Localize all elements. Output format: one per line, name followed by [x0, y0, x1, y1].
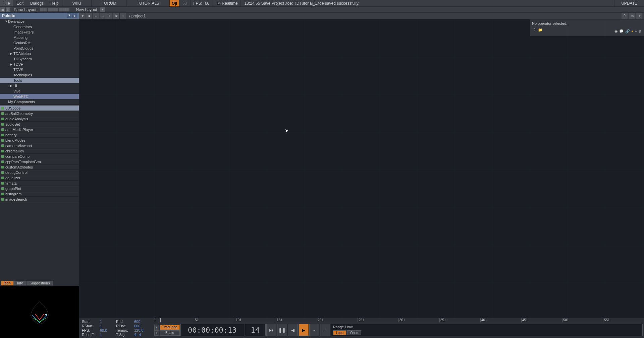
params-globe-icon[interactable]: ● — [631, 29, 634, 33]
path-up-icon[interactable]: ↥ — [636, 13, 642, 19]
link-forum[interactable]: FORUM — [92, 0, 126, 6]
tree-item-ui[interactable]: ▶UI — [0, 83, 79, 88]
menu-edit[interactable]: Edit — [13, 0, 27, 6]
slot-1[interactable]: / — [154, 325, 159, 330]
params-target-icon[interactable]: ⊕ — [638, 29, 641, 33]
params-folder-icon[interactable]: 📁 — [538, 27, 543, 32]
layout-preset-4[interactable] — [51, 8, 55, 11]
realtime-toggle[interactable]: ✕ Realtime — [214, 1, 240, 6]
loop-button[interactable]: Loop — [333, 330, 346, 335]
component-compareComp[interactable]: compareComp — [0, 154, 79, 159]
resetf-value[interactable]: 1 — [100, 333, 114, 337]
tree-item-my components[interactable]: My Components — [0, 99, 79, 105]
tab-icon[interactable]: Icon — [1, 281, 14, 285]
range-limit-area[interactable]: Range Limit Loop Once — [331, 324, 643, 336]
tsig-value-1[interactable]: 4 — [134, 333, 136, 337]
tree-item-pointclouds[interactable]: PointClouds — [0, 46, 79, 51]
timecode-mode-button[interactable]: TimeCode — [160, 325, 180, 330]
add-layout-button[interactable]: + — [100, 7, 105, 12]
layout-preset-1[interactable] — [40, 8, 44, 11]
slot-2[interactable]: 1 — [154, 330, 159, 336]
layout-preset-8[interactable] — [66, 8, 69, 11]
plus-button[interactable]: + — [320, 324, 330, 336]
tree-item-oculusrift[interactable]: OculusRift — [0, 40, 79, 46]
tree-item-tdableton[interactable]: ▶TDAbleton — [0, 51, 79, 56]
palette-help-button[interactable]: ? — [67, 13, 71, 18]
component-battery[interactable]: battery — [0, 132, 79, 138]
rewind-button[interactable]: ⏮ — [266, 324, 276, 336]
path-stop-icon[interactable]: ■ — [86, 13, 92, 19]
component-graphPlot[interactable]: graphPlot — [0, 186, 79, 191]
update-button[interactable]: UPDATE — [614, 0, 644, 6]
end-value[interactable]: 600 — [134, 320, 148, 324]
tab-info[interactable]: Info — [14, 281, 26, 285]
component-debugControl[interactable]: debugControl — [0, 170, 79, 175]
path-select-icon[interactable]: ▫ — [120, 13, 126, 19]
once-button[interactable]: Once — [347, 330, 361, 335]
layout-save-icon[interactable]: ⇩ — [6, 7, 10, 12]
minus-button[interactable]: - — [309, 324, 319, 336]
frame-display[interactable]: 14 — [245, 324, 266, 336]
layout-preset-7[interactable] — [62, 8, 66, 11]
component-autoMediaPlayer[interactable]: autoMediaPlayer — [0, 127, 79, 132]
menu-dialogs[interactable]: Dialogs — [27, 0, 47, 6]
rend-value[interactable]: 600 — [134, 324, 148, 328]
network-path[interactable]: / project1 — [126, 14, 148, 18]
component-equalizer[interactable]: equalizer — [0, 175, 79, 181]
start-value[interactable]: 1 — [100, 320, 114, 324]
component-audioSet[interactable]: audioSet — [0, 122, 79, 127]
layout-preset-6[interactable] — [59, 8, 62, 11]
component-3DScope[interactable]: 3DScope — [0, 106, 79, 111]
tree-item-imagefilters[interactable]: ImageFilters — [0, 29, 79, 35]
layout-preset-3[interactable] — [48, 8, 51, 11]
tab-suggestions[interactable]: Suggestions — [26, 281, 53, 285]
component-firmata[interactable]: firmata — [0, 181, 79, 186]
layout-preset-5[interactable] — [55, 8, 58, 11]
component-histogram[interactable]: histogram — [0, 191, 79, 197]
params-chat-icon[interactable]: 💬 — [619, 29, 624, 33]
pause-button[interactable]: ❚❚ — [277, 324, 287, 336]
path-add-icon[interactable]: + — [106, 13, 112, 19]
tree-item-vive[interactable]: Vive — [0, 88, 79, 94]
component-blendModes[interactable]: blendModes — [0, 138, 79, 143]
path-dropdown-icon[interactable]: ▾ — [79, 13, 86, 19]
params-tag-icon[interactable]: ◉ — [614, 29, 618, 33]
tree-item-derivative[interactable]: ▼Derivative — [0, 19, 79, 24]
step-back-button[interactable]: ◀ — [288, 324, 298, 336]
network-editor[interactable]: ➤ No operator selected. ? 📁 ◉ 💬 🔗 ● + ⊕ — [79, 19, 644, 318]
layout-preset-2[interactable] — [44, 8, 47, 11]
tree-item-webrtc[interactable]: WebRTC — [0, 94, 79, 99]
tree-item-tdsynchro[interactable]: TDSynchro — [0, 56, 79, 62]
tree-item-tdvs[interactable]: TDVS — [0, 67, 79, 72]
tsig-value-2[interactable]: 4 — [139, 333, 141, 337]
path-star-icon[interactable]: ★ — [113, 13, 119, 19]
menu-file[interactable]: File — [0, 0, 13, 6]
tree-item-tools[interactable]: Tools — [0, 78, 79, 83]
params-plus-icon[interactable]: + — [635, 29, 637, 33]
timeline-ruler[interactable]: 151101151201251301351401451501551600 — [153, 318, 644, 322]
tempo-value[interactable]: 120.0 — [134, 328, 148, 332]
palette-close-button[interactable]: x — [72, 13, 77, 18]
path-zero[interactable]: 0 — [622, 13, 628, 19]
path-expand-icon[interactable]: ▭ — [629, 13, 635, 19]
component-cameraViewport[interactable]: cameraViewport — [0, 143, 79, 148]
component-customAttributes[interactable]: customAttributes — [0, 164, 79, 170]
palette-component-list[interactable]: 3DScopearcBallGeometryaudioAnalysisaudio… — [0, 105, 79, 280]
menu-help[interactable]: Help — [47, 0, 62, 6]
link-wiki[interactable]: WIKI — [62, 0, 91, 6]
tree-item-mapping[interactable]: Mapping — [0, 35, 79, 40]
component-chromaKey[interactable]: chromaKey — [0, 148, 79, 154]
component-arcBallGeometry[interactable]: arcBallGeometry — [0, 111, 79, 116]
oii-button[interactable]: O|I — [170, 0, 179, 6]
playhead-marker[interactable] — [160, 318, 161, 322]
component-audioAnalysis[interactable]: audioAnalysis — [0, 116, 79, 122]
tree-item-tdvr[interactable]: ▶TDVR — [0, 62, 79, 67]
component-cppParsTemplateGen[interactable]: cppParsTemplateGen — [0, 159, 79, 164]
params-link-icon[interactable]: 🔗 — [625, 29, 630, 33]
beats-mode-button[interactable]: Beats — [160, 330, 180, 336]
link-tutorials[interactable]: TUTORIALS — [127, 0, 169, 6]
palette-tree[interactable]: ▼DerivativeGeneratorsImageFiltersMapping… — [0, 19, 79, 105]
fps-value[interactable]: 60.0 — [100, 328, 114, 332]
timecode-display[interactable]: 00:00:00:13 — [180, 324, 244, 336]
rstart-value[interactable]: 1 — [100, 324, 114, 328]
